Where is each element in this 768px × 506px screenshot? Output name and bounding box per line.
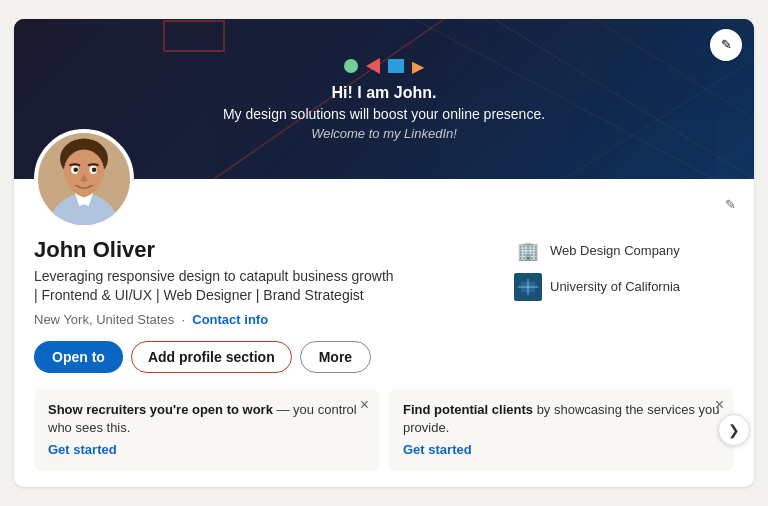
avatar-image <box>38 133 130 225</box>
card2-text: Find potential clients by showcasing the… <box>403 402 719 435</box>
profile-edit-button[interactable]: ✎ <box>721 193 740 216</box>
card1-link[interactable]: Get started <box>48 441 365 459</box>
card2-link[interactable]: Get started <box>403 441 720 459</box>
close-potential-clients-card-button[interactable]: × <box>715 397 724 413</box>
banner-tagline: My design solutions will boost your onli… <box>223 106 545 122</box>
banner-icons: ▶ <box>344 57 424 76</box>
square-icon <box>388 59 404 73</box>
university-item: University of California <box>514 273 734 301</box>
avatar <box>34 129 134 229</box>
card1-bold: Show recruiters you're open to work <box>48 402 273 417</box>
profile-right: 🏢 Web Design Company University of Calif… <box>514 237 734 301</box>
add-profile-section-button[interactable]: Add profile section <box>131 341 292 373</box>
profile-top: John Oliver Leveraging responsive design… <box>34 179 734 341</box>
location-text: New York, United States <box>34 312 174 327</box>
triangle-icon <box>366 58 380 74</box>
action-buttons: Open to Add profile section More <box>34 341 734 373</box>
company-logo: 🏢 <box>514 237 542 265</box>
potential-clients-card: × Find potential clients by showcasing t… <box>389 389 734 472</box>
university-logo <box>514 273 542 301</box>
svg-point-11 <box>73 167 78 172</box>
university-logo-svg <box>518 279 538 295</box>
svg-point-12 <box>92 167 97 172</box>
banner-welcome: Welcome to my LinkedIn! <box>311 126 457 141</box>
profile-location: New York, United States · Contact info <box>34 312 514 327</box>
circle-icon <box>344 59 358 73</box>
open-to-button[interactable]: Open to <box>34 341 123 373</box>
banner-edit-button[interactable]: ✎ <box>710 29 742 61</box>
contact-info-link[interactable]: Contact info <box>192 312 268 327</box>
profile-name: John Oliver <box>34 237 514 263</box>
card2-bold: Find potential clients <box>403 402 533 417</box>
card1-text: Show recruiters you're open to work — yo… <box>48 402 357 435</box>
close-open-to-work-card-button[interactable]: × <box>360 397 369 413</box>
arrow-icon: ▶ <box>412 57 424 76</box>
profile-card: ▶ Hi! I am John. My design solutions wil… <box>14 19 754 488</box>
banner-greeting: Hi! I am John. <box>332 84 437 102</box>
info-cards-wrap: × Show recruiters you're open to work — … <box>34 389 734 472</box>
chevron-right-button[interactable]: ❯ <box>718 414 750 446</box>
pencil-icon: ✎ <box>721 37 732 52</box>
pencil-icon: ✎ <box>725 197 736 212</box>
info-cards: × Show recruiters you're open to work — … <box>34 389 734 472</box>
university-name: University of California <box>550 279 680 294</box>
profile-left: John Oliver Leveraging responsive design… <box>34 237 514 341</box>
open-to-work-card: × Show recruiters you're open to work — … <box>34 389 379 472</box>
profile-headline: Leveraging responsive design to catapult… <box>34 267 394 306</box>
more-button[interactable]: More <box>300 341 371 373</box>
profile-area: ✎ John Oliver Leveraging responsive desi… <box>14 179 754 488</box>
company-name: Web Design Company <box>550 243 680 258</box>
company-item: 🏢 Web Design Company <box>514 237 734 265</box>
